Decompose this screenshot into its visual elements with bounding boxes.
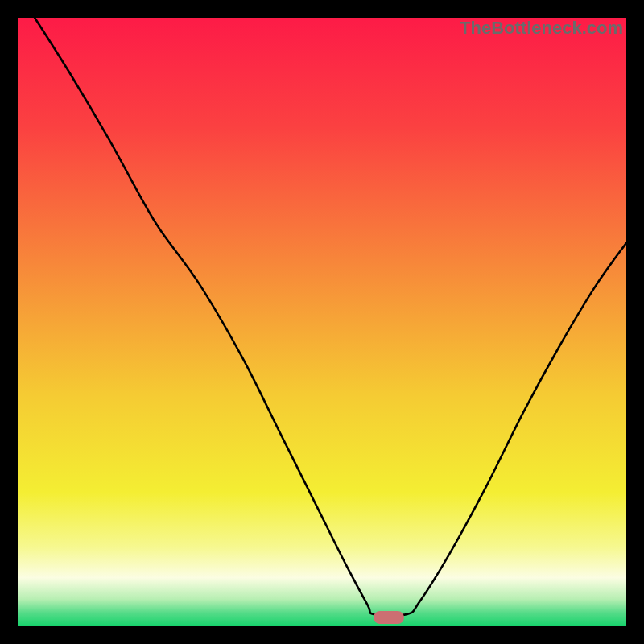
- chart-frame: TheBottleneck.com: [18, 18, 626, 626]
- watermark-text: TheBottleneck.com: [460, 18, 623, 39]
- minimum-marker: [374, 611, 404, 624]
- chart-svg: [18, 18, 626, 626]
- gradient-background: [18, 18, 626, 626]
